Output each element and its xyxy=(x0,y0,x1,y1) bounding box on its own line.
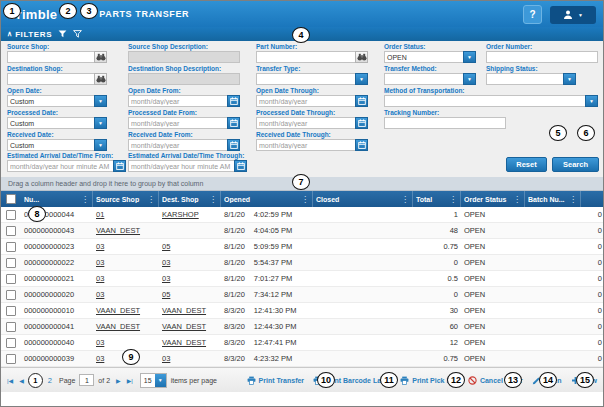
calendar-icon[interactable] xyxy=(227,117,240,129)
column-header-closed[interactable]: Closed⋮ xyxy=(313,191,413,207)
row-checkbox[interactable] xyxy=(6,338,16,348)
open-date-dropdown[interactable]: Custom▼ xyxy=(7,95,107,107)
column-header-transfer-number[interactable]: Nu...⋮ xyxy=(21,191,93,207)
order-number-input[interactable] xyxy=(486,51,598,63)
destination-shop-input[interactable] xyxy=(7,73,95,85)
column-menu-icon[interactable]: ⋮ xyxy=(449,195,457,204)
cell-source-shop[interactable]: 03 xyxy=(93,255,159,270)
transfer-type-dropdown[interactable]: ▼ xyxy=(256,73,368,85)
binoculars-icon[interactable] xyxy=(355,51,368,63)
user-menu-button[interactable]: ▼ xyxy=(550,6,596,24)
cell-dest-shop[interactable]: 05 xyxy=(159,287,221,302)
chevron-down-icon[interactable]: ▼ xyxy=(94,95,107,107)
processed-date-dropdown[interactable]: Custom▼ xyxy=(7,117,107,129)
select-all-checkbox[interactable] xyxy=(6,194,16,204)
chevron-down-icon[interactable]: ▼ xyxy=(585,95,598,107)
column-header-order-status[interactable]: Order Status⋮ xyxy=(461,191,525,207)
row-checkbox[interactable] xyxy=(6,258,16,268)
column-header-source-shop[interactable]: Source Shop⋮ xyxy=(93,191,159,207)
cell-source-shop[interactable]: 03 xyxy=(93,239,159,254)
page-size-dropdown[interactable]: 15▼ xyxy=(140,373,167,388)
received-date-through-input[interactable] xyxy=(256,139,356,151)
cell-dest-shop[interactable]: VAAN_DEST xyxy=(159,335,221,350)
column-header-dest-shop[interactable]: Dest. Shop⋮ xyxy=(159,191,221,207)
chevron-down-icon[interactable]: ▼ xyxy=(563,73,576,85)
calendar-icon[interactable] xyxy=(227,95,240,107)
table-row[interactable]: 00000000004003VAAN_DEST8/3/2012:47:41 PM… xyxy=(1,335,603,351)
table-row[interactable]: 00000000002303058/1/205:09:59 PM0.75OPEN… xyxy=(1,239,603,255)
page-number-input[interactable] xyxy=(79,374,94,386)
column-menu-icon[interactable]: ⋮ xyxy=(513,195,521,204)
received-date-dropdown[interactable]: Custom▼ xyxy=(7,139,107,151)
column-menu-icon[interactable]: ⋮ xyxy=(569,195,577,204)
row-checkbox[interactable] xyxy=(6,290,16,300)
chevron-down-icon[interactable]: ▼ xyxy=(463,73,476,85)
cell-dest-shop[interactable]: KARSHOP xyxy=(159,207,221,222)
command-print-transfer[interactable]: Print Transfer xyxy=(247,376,305,385)
cell-source-shop[interactable]: 01 xyxy=(93,207,159,222)
column-menu-icon[interactable]: ⋮ xyxy=(147,195,155,204)
reset-button[interactable]: Reset xyxy=(506,157,547,172)
binoculars-icon[interactable] xyxy=(94,73,107,85)
chevron-down-icon[interactable]: ▼ xyxy=(94,139,107,151)
cell-source-shop[interactable]: VAAN_DEST xyxy=(93,319,159,334)
column-header-total[interactable]: Total⋮ xyxy=(413,191,461,207)
chevron-down-icon[interactable]: ▼ xyxy=(94,117,107,129)
first-page-icon[interactable]: |◀ xyxy=(5,377,15,384)
row-checkbox[interactable] xyxy=(6,210,16,220)
open-date-through-input[interactable] xyxy=(256,95,356,107)
chevron-down-icon[interactable]: ▼ xyxy=(463,51,476,63)
calendar-icon[interactable] xyxy=(227,139,240,151)
search-button[interactable]: Search xyxy=(552,157,599,172)
shipping-status-dropdown[interactable]: ▼ xyxy=(486,73,576,85)
column-menu-icon[interactable]: ⋮ xyxy=(301,195,309,204)
row-checkbox[interactable] xyxy=(6,226,16,236)
method-of-transportation-dropdown[interactable]: ▼ xyxy=(384,95,598,107)
cell-source-shop[interactable]: 03 xyxy=(93,271,159,286)
calendar-icon[interactable] xyxy=(355,139,368,151)
received-date-from-input[interactable] xyxy=(128,139,228,151)
cell-dest-shop[interactable]: 03 xyxy=(159,271,221,286)
column-menu-icon[interactable]: ⋮ xyxy=(209,195,217,204)
cell-source-shop[interactable]: VAAN_DEST xyxy=(93,303,159,318)
table-row[interactable]: 00000000002103038/1/207:01:27 PM0.5OPEN0 xyxy=(1,271,603,287)
cell-dest-shop[interactable]: 03 xyxy=(159,255,221,270)
calendar-icon[interactable] xyxy=(113,160,126,172)
row-checkbox[interactable] xyxy=(6,274,16,284)
table-row[interactable]: 00000000004401KARSHOP8/1/204:02:59 PM1OP… xyxy=(1,207,603,223)
calendar-icon[interactable] xyxy=(355,117,368,129)
calendar-icon[interactable] xyxy=(355,95,368,107)
row-checkbox[interactable] xyxy=(6,322,16,332)
cell-source-shop[interactable]: VAAN_DEST xyxy=(93,223,159,238)
page-button-1[interactable]: 1 xyxy=(28,373,43,388)
cell-dest-shop[interactable]: 03 xyxy=(159,351,221,366)
row-checkbox[interactable] xyxy=(6,354,16,364)
column-header-qty[interactable] xyxy=(581,191,604,207)
est-arrival-from-input[interactable] xyxy=(7,160,114,172)
binoculars-icon[interactable] xyxy=(94,51,107,63)
table-row[interactable]: 00000000003903038/3/204:23:32 PM0.75OPEN… xyxy=(1,351,603,367)
processed-date-through-input[interactable] xyxy=(256,117,356,129)
row-checkbox[interactable] xyxy=(6,306,16,316)
cell-dest-shop[interactable]: VAAN_DEST xyxy=(159,303,221,318)
order-status-dropdown[interactable]: OPEN▼ xyxy=(384,51,476,63)
chevron-down-icon[interactable]: ▼ xyxy=(355,73,368,85)
processed-date-from-input[interactable] xyxy=(128,117,228,129)
column-header-opened[interactable]: Opened⋮ xyxy=(221,191,313,207)
open-date-from-input[interactable] xyxy=(128,95,228,107)
part-number-input[interactable] xyxy=(256,51,356,63)
column-header-batch-number[interactable]: Batch Nu...⋮ xyxy=(525,191,581,207)
column-menu-icon[interactable]: ⋮ xyxy=(81,195,89,204)
cell-dest-shop[interactable]: VAAN_DEST xyxy=(159,319,221,334)
table-row[interactable]: 000000000043VAAN_DEST8/1/204:04:05 PM48O… xyxy=(1,223,603,239)
tracking-number-input[interactable] xyxy=(384,117,506,129)
est-arrival-through-input[interactable] xyxy=(128,160,235,172)
transfer-method-dropdown[interactable]: ▼ xyxy=(384,73,476,85)
cell-source-shop[interactable]: 03 xyxy=(93,335,159,350)
table-row[interactable]: 00000000002203038/1/205:54:37 PM0OPEN0 xyxy=(1,255,603,271)
prev-page-icon[interactable]: ◀ xyxy=(17,377,26,384)
cell-source-shop[interactable]: 03 xyxy=(93,287,159,302)
last-page-icon[interactable]: ▶| xyxy=(125,377,135,384)
collapse-chevron-icon[interactable]: ∧ xyxy=(7,30,12,38)
source-shop-input[interactable] xyxy=(7,51,95,63)
